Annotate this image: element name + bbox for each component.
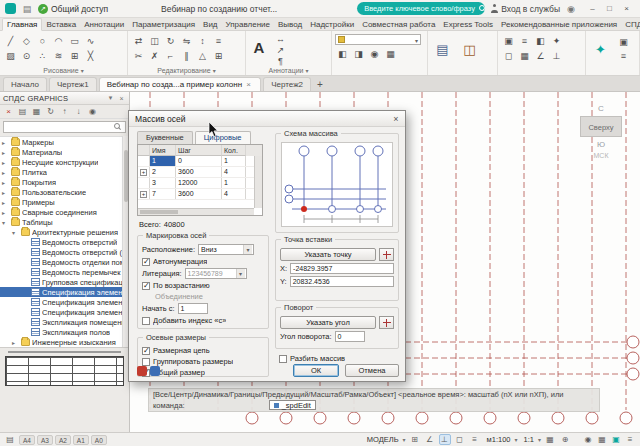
share-button[interactable]: Общий доступ — [38, 4, 108, 14]
document-tab[interactable]: Начало — [3, 77, 47, 91]
pick-angle-button[interactable]: Указать угол — [280, 316, 376, 329]
axis-dimension-checkbox[interactable]: Общий размер — [142, 368, 264, 377]
paragraph-tool-icon[interactable] — [273, 56, 288, 66]
expand-arrow-icon[interactable] — [12, 339, 19, 346]
sheet-format-tab[interactable]: А2 — [55, 435, 71, 445]
blocks-button[interactable] — [458, 35, 481, 64]
autonumber-checkbox[interactable]: Автонумерация — [142, 257, 264, 266]
stretch-tool-icon[interactable] — [195, 34, 210, 47]
command-line-overlay[interactable]: [Все/Центр/Динамика/Границы/Предыдущий/М… — [148, 388, 600, 412]
parallel-tool-icon[interactable] — [179, 49, 194, 62]
expand-arrow-icon[interactable] — [2, 189, 9, 196]
tree-item[interactable]: Пользовательские — [0, 187, 122, 197]
dialog-titlebar[interactable]: Массив осей — [129, 111, 405, 127]
tree-item[interactable]: Ведомость отверстий — [0, 237, 122, 247]
ribbon-tab[interactable]: Главная — [2, 18, 42, 31]
layer-freeze-icon[interactable] — [351, 47, 366, 60]
tree-item[interactable]: Таблицы — [0, 217, 122, 227]
ribbon-tab[interactable]: Надстройки — [306, 19, 358, 30]
polar-tracking-icon[interactable] — [424, 434, 436, 445]
pick-angle-icon[interactable] — [379, 316, 394, 329]
ortho-tool-icon[interactable] — [549, 49, 564, 62]
tree-item[interactable]: Ведомость отделки помещ... — [0, 257, 122, 267]
literation-select[interactable]: 123456789 — [185, 268, 247, 279]
dialog-tab[interactable]: Цифровые — [195, 131, 251, 144]
multiline-tool-icon[interactable] — [51, 49, 66, 62]
arc-tool-icon[interactable] — [51, 34, 66, 47]
trim-tool-icon[interactable] — [131, 49, 146, 62]
layer-select[interactable] — [335, 34, 421, 45]
region-tool-icon[interactable] — [67, 49, 82, 62]
status-menu-icon[interactable] — [4, 434, 16, 445]
expand-arrow-icon[interactable] — [2, 169, 9, 176]
minimize-button[interactable]: – — [584, 2, 601, 16]
palette-menu-icon[interactable] — [106, 94, 115, 103]
new-tab-button[interactable]: + — [313, 77, 327, 91]
spds-format-icon[interactable] — [616, 36, 631, 49]
tree-item[interactable]: Ведомость перемычек — [0, 267, 122, 277]
expand-arrow-icon[interactable] — [2, 199, 9, 206]
quick-access-icon[interactable] — [21, 3, 33, 15]
ribbon-tab[interactable]: СПДС — [621, 19, 640, 30]
notification-icon[interactable] — [582, 434, 594, 445]
move-tool-icon[interactable] — [131, 34, 146, 47]
pick-point-button[interactable]: Указать точку — [280, 248, 376, 261]
settings-icon[interactable] — [86, 106, 99, 118]
copy-tool-icon[interactable] — [147, 34, 162, 47]
offset-tool-icon[interactable] — [211, 34, 226, 47]
tree-item[interactable]: Групповая спецификация э... — [0, 277, 122, 287]
leader-tool-icon[interactable] — [273, 45, 288, 55]
properties-button[interactable] — [431, 35, 454, 64]
layer-on-icon[interactable] — [335, 47, 350, 60]
signin-button[interactable]: Вход в службы — [490, 4, 560, 14]
tree-item[interactable]: Экспликация полов — [0, 327, 122, 337]
export-icon[interactable] — [72, 106, 85, 118]
panel-label-annotate[interactable]: Аннотации — [246, 67, 331, 74]
notifications-icon[interactable] — [565, 3, 577, 15]
close-button[interactable]: × — [618, 2, 635, 16]
chamfer-tool-icon[interactable] — [195, 49, 210, 62]
fillet-tool-icon[interactable] — [163, 49, 178, 62]
tree-item[interactable]: Маркеры — [0, 137, 122, 147]
pick-point-icon[interactable] — [379, 248, 394, 261]
scale-button[interactable]: 1:1 — [524, 435, 541, 444]
ribbon-tab[interactable]: Рекомендованные приложения — [497, 19, 621, 30]
dialog-tab[interactable]: Буквенные — [137, 131, 193, 144]
hatch-tool-icon[interactable] — [3, 49, 18, 62]
tree-item[interactable]: Материалы — [0, 147, 122, 157]
mirror-tool-icon[interactable] — [179, 34, 194, 47]
sheet-format-tab[interactable]: А3 — [37, 435, 53, 445]
expand-arrow-icon[interactable] — [2, 179, 9, 186]
x-coordinate-input[interactable]: -24829.3957 — [290, 263, 394, 274]
palette-close-icon[interactable] — [117, 94, 126, 103]
tree-item[interactable]: Спецификация элементов и... — [0, 307, 122, 317]
y-coordinate-input[interactable]: 20832.4536 — [290, 276, 394, 287]
axis-dimension-checkbox[interactable]: Размерная цепь — [142, 346, 264, 355]
compass-south-label[interactable]: Ю — [578, 140, 624, 149]
axis-table-row[interactable]: 1 0 1 — [138, 156, 254, 167]
ok-button[interactable]: ОК — [293, 364, 339, 377]
delete-icon[interactable] — [2, 106, 15, 118]
tree-item[interactable]: Примеры — [0, 197, 122, 207]
grid-snap-icon[interactable] — [409, 434, 421, 445]
tree-item[interactable]: Несущие конструкции — [0, 157, 122, 167]
boundary-tool-icon[interactable] — [501, 49, 516, 62]
spline-tool-icon[interactable] — [83, 34, 98, 47]
annotation-visibility-icon[interactable] — [544, 434, 556, 445]
expand-row-icon[interactable] — [140, 191, 147, 198]
angle-tool-icon[interactable] — [533, 49, 548, 62]
document-tab[interactable]: Чертеж1 — [49, 77, 97, 91]
app-logo-icon[interactable] — [5, 3, 16, 14]
scrollbar-thumb[interactable] — [140, 210, 178, 214]
import-icon[interactable] — [58, 106, 71, 118]
expand-arrow-icon[interactable] — [2, 209, 9, 216]
axis-dimension-checkbox[interactable]: Группировать размеры — [142, 357, 264, 366]
rotation-angle-input[interactable]: 0 — [335, 331, 365, 342]
spds-table-icon[interactable] — [616, 50, 631, 63]
table-tool-icon[interactable] — [517, 49, 532, 62]
customize-statusbar-icon[interactable] — [624, 434, 636, 445]
rectangle-tool-icon[interactable] — [67, 34, 82, 47]
tree-item[interactable]: Сварные соединения — [0, 207, 122, 217]
axis-table-row[interactable]: 7 3600 4 — [138, 189, 254, 200]
line-tool-icon[interactable] — [3, 34, 18, 47]
